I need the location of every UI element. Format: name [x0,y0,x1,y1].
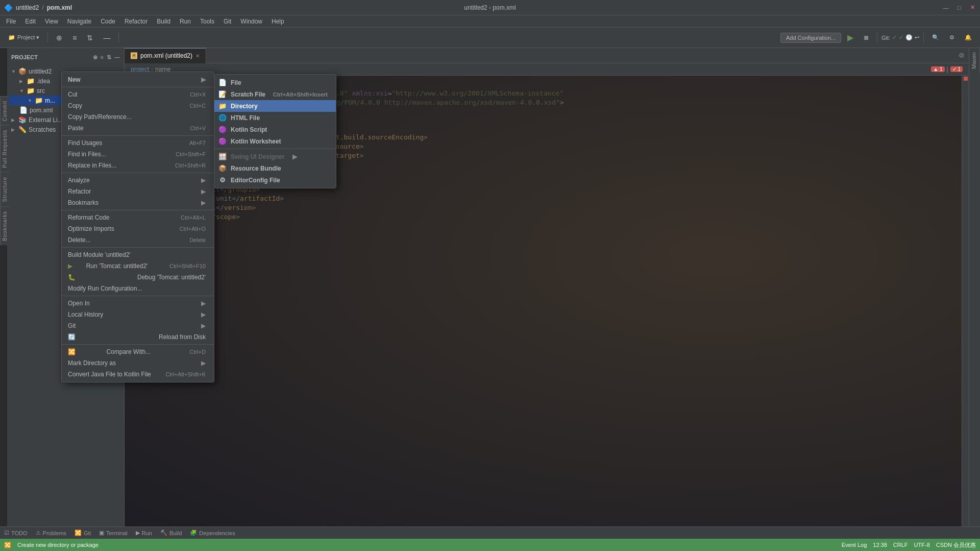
cm-item-reformat[interactable]: Reformat Code Ctrl+Alt+L [62,212,214,223]
cm-item-convert-java[interactable]: Convert Java File to Kotlin File Ctrl+Al… [62,369,214,380]
bottom-toolbar: ☑ TODO ⚠ Problems 🔀 Git ▣ Terminal ▶ Run… [0,526,980,539]
cm-item-refactor[interactable]: Refactor ▶ [62,186,214,197]
todo-icon: ☑ [4,530,9,536]
structure-tab[interactable]: Structure [0,172,9,206]
menu-git[interactable]: Git [219,17,235,26]
cm-item-copy-path[interactable]: Copy Path/Reference... [62,111,214,123]
cm-item-debug-tomcat[interactable]: 🐛 Debug 'Tomcat: untitled2' [62,272,214,283]
cm-item-modify-run[interactable]: Modify Run Configuration... [62,283,214,294]
submenu-kotlin-worksheet[interactable]: 🟣 Kotlin Worksheet [214,135,336,147]
maximize-button[interactable]: □ [955,4,963,11]
menu-code[interactable]: Code [96,17,119,26]
search-everywhere-button[interactable]: 🔍 [928,33,943,42]
menu-edit[interactable]: Edit [21,17,40,26]
build-icon: 🔨 [160,530,167,536]
add-config-label: Add Configuration... [786,35,836,41]
cm-item-copy[interactable]: Copy Ctrl+C [62,100,214,111]
git-bottom-tab[interactable]: 🔀 Git [75,530,91,536]
cm-item-run-tomcat[interactable]: ▶ Run 'Tomcat: untitled2' Ctrl+Shift+F10 [62,260,214,272]
cm-item-paste[interactable]: Paste Ctrl+V [62,123,214,134]
cm-item-build-module[interactable]: Build Module 'untitled2' [62,249,214,260]
tab-close-icon[interactable]: ✕ [195,53,200,59]
maven-tab[interactable]: Maven [969,48,980,73]
library-icon: 📚 [18,116,27,124]
cm-item-mark-directory[interactable]: Mark Directory as ▶ [62,357,214,369]
notifications-button[interactable]: 🔔 [961,33,976,42]
cm-sep-3 [62,173,214,173]
cm-item-cut[interactable]: Cut Ctrl+X [62,89,214,100]
cm-item-git[interactable]: Git ▶ [62,320,214,331]
terminal-tab[interactable]: ▣ Terminal [99,530,128,536]
pull-requests-tab[interactable]: Pull Requests [0,125,9,172]
submenu-swing-label: Swing UI Designer [231,153,284,160]
menu-help[interactable]: Help [267,17,288,26]
cm-item-optimize[interactable]: Optimize Imports Ctrl+Alt+O [62,223,214,234]
event-log-label[interactable]: Event Log [842,542,867,548]
code-line-31: 31 <version>4.11</version> [125,203,969,212]
tree-label-idea: .idea [37,78,50,85]
submenu-resource[interactable]: 📦 Resource Bundle [214,162,336,174]
cm-open-in-label: Open In [68,300,90,307]
cm-item-analyze[interactable]: Analyze ▶ [62,175,214,186]
submenu-editorconfig-label: EditorConfig File [231,177,280,184]
status-message: Create new directory or package [17,542,99,548]
cm-item-compare-with[interactable]: 🔀 Compare With... Ctrl+D [62,346,214,357]
toolbar-icon-3[interactable]: ⇅ [83,33,97,43]
status-csdn[interactable]: CSDN 会员优惠 [936,541,976,549]
tree-label-src: src [37,87,45,94]
menu-view[interactable]: View [41,17,62,26]
sidebar-icon-3[interactable]: ⇅ [107,54,111,61]
project-selector[interactable]: 📁 Project ▾ [4,33,43,42]
sidebar-icon-2[interactable]: ≡ [101,54,104,61]
cm-item-local-history[interactable]: Local History ▶ [62,309,214,320]
dependencies-tab[interactable]: 🧩 Dependencies [190,530,235,536]
sidebar-icon-1[interactable]: ⊕ [93,54,97,61]
tab-pom-xml[interactable]: 🅼 pom.xml (untitled2) ✕ [125,48,206,63]
run-button[interactable]: ▶ [843,32,857,43]
menu-window[interactable]: Window [236,17,266,26]
minimize-button[interactable]: — [942,4,949,11]
settings-button[interactable]: ⚙ [945,33,959,42]
cm-sep-2 [62,135,214,136]
menu-navigate[interactable]: Navigate [63,17,95,26]
tab-settings-icon[interactable]: ⚙ [954,52,969,59]
run-bottom-tab[interactable]: ▶ Run [136,530,152,536]
toolbar-icon-1[interactable]: ⊕ [52,33,66,43]
add-configuration-button[interactable]: Add Configuration... [780,33,841,43]
close-button[interactable]: ✕ [969,4,976,11]
menu-file[interactable]: File [2,17,20,26]
problems-tab[interactable]: ⚠ Problems [36,530,66,536]
cm-item-bookmarks[interactable]: Bookmarks ▶ [62,197,214,208]
submenu-editorconfig[interactable]: ⚙ EditorConfig File [214,174,336,186]
menu-run[interactable]: Run [176,17,195,26]
submenu-scratch[interactable]: 📝 Scratch File Ctrl+Alt+Shift+Insert [214,88,336,100]
toolbar-icon-4[interactable]: — [99,33,114,43]
status-charset[interactable]: UTF-8 [914,542,930,548]
cm-item-replace-in-files[interactable]: Replace in Files... Ctrl+Shift+R [62,160,214,171]
cm-item-open-in[interactable]: Open In ▶ [62,298,214,309]
cm-item-find-in-files[interactable]: Find in Files... Ctrl+Shift+F [62,149,214,160]
cm-item-find-usages[interactable]: Find Usages Alt+F7 [62,137,214,149]
build-tab[interactable]: 🔨 Build [160,530,182,536]
cm-item-reload-disk[interactable]: 🔄 Reload from Disk [62,331,214,343]
menu-refactor[interactable]: Refactor [120,17,152,26]
submenu-html[interactable]: 🌐 HTML File [214,112,336,124]
cm-item-delete[interactable]: Delete... Delete [62,234,214,246]
stop-button[interactable]: ■ [860,32,873,43]
cm-modify-run-label: Modify Run Configuration... [68,285,142,292]
menu-tools[interactable]: Tools [196,17,218,26]
tree-arrow-untitled2: ▼ [11,69,16,74]
bookmarks-tab[interactable]: Bookmarks [0,206,9,245]
toolbar-icon-2[interactable]: ≡ [68,33,81,43]
submenu-kotlin-script[interactable]: 🟣 Kotlin Script [214,124,336,135]
commit-tab[interactable]: Commit [0,96,9,125]
submenu-file[interactable]: 📄 File [214,77,336,88]
cm-run-tomcat-shortcut: Ctrl+Shift+F10 [169,263,206,269]
sidebar-icon-4[interactable]: — [114,54,120,61]
tree-arrow-src: ▼ [19,88,24,93]
submenu-directory[interactable]: 📁 Directory [214,100,336,112]
menu-build[interactable]: Build [153,17,175,26]
cm-item-new[interactable]: New ▶ 📄 File 📝 Scratch File Ctrl+Alt+Shi… [62,74,214,85]
todo-tab[interactable]: ☑ TODO [4,530,28,536]
status-crlf[interactable]: CRLF [893,542,908,548]
